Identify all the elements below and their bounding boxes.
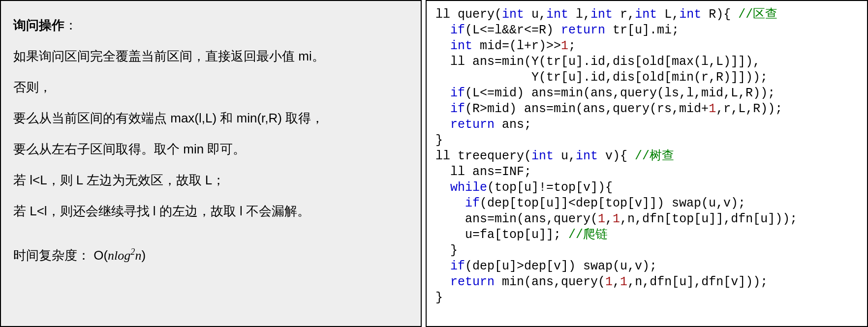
code-txt [435,259,450,273]
code-kw: int [450,39,472,53]
code-panel: ll query(int u,int l,int r,int L,int R){… [426,0,868,327]
code-txt: (L<=l&&r<=R) [465,23,561,37]
code-line-19: } [435,290,858,306]
code-kw: if [450,102,465,116]
code-line-2: if(L<=l&&r<=R) return tr[u].mi; [435,23,858,38]
code-kw: int [576,149,598,163]
title-colon: ： [64,18,77,32]
math-n1: n [108,248,114,263]
code-line-18: return min(ans,query(1,1,n,dfn[u],dfn[v]… [435,274,858,290]
code-kw: int [679,7,701,22]
code-kw: if [450,259,465,273]
title-text: 询问操作 [13,18,64,32]
code-comment: //区查 [738,7,777,22]
code-line-11: ll ans=INF; [435,164,858,180]
code-line-5: Y(tr[u].id,dis[old[min(r,R)]])); [435,70,858,86]
code-txt: min(ans,query( [495,275,605,289]
code-txt [435,180,450,195]
code-comment: //树查 [635,149,674,163]
code-txt: , [605,212,613,226]
code-comment: //爬链 [568,228,608,242]
para-2: 否则， [13,78,408,97]
code-num: 1 [620,275,627,289]
code-txt [435,275,450,289]
complexity-line: 时间复杂度： O(nlog2n) [13,245,408,265]
code-line-16: } [435,243,858,259]
code-txt [435,39,450,53]
heading: 询问操作： [13,16,408,35]
code-txt: u, [554,149,576,163]
code-txt: tr[u].mi; [605,23,679,37]
para-5: 若 l<L，则 L 左边为无效区，故取 L； [13,171,408,190]
code-line-3: int mid=(l+r)>>1; [435,38,858,54]
code-txt: ll treequery( [435,149,531,163]
code-kw: return [450,275,495,289]
code-kw: int [502,7,524,22]
code-line-12: while(top[u]!=top[v]){ [435,180,858,196]
code-txt: mid=(l+r)>> [472,39,561,53]
code-txt: r, [613,7,635,22]
code-num: 1 [561,39,568,53]
code-txt: ans=min(ans,query( [435,212,598,226]
code-txt: ,r,L,R)); [716,102,782,116]
para-1: 如果询问区间完全覆盖当前区间，直接返回最小值 mi。 [13,47,408,66]
code-num: 1 [598,212,605,226]
complexity-label: 时间复杂度： O( [13,248,108,263]
code-line-17: if(dep[u]>dep[v]) swap(u,v); [435,259,858,274]
code-txt [435,23,450,37]
code-txt: u, [524,7,546,22]
code-kw: int [590,7,613,22]
code-txt: v){ [598,149,635,163]
code-txt [435,102,450,116]
para-3: 要么从当前区间的有效端点 max(l,L) 和 min(r,R) 取得， [13,109,408,128]
code-txt: (top[u]!=top[v]){ [487,180,613,195]
code-kw: return [561,23,605,37]
code-line-8: return ans; [435,117,858,133]
code-txt [435,86,450,100]
code-kw: int [546,7,568,22]
math-n2: n [135,248,141,263]
code-kw: if [465,196,480,210]
code-line-13: if(dep[top[u]]<dep[top[v]]) swap(u,v); [435,196,858,211]
code-num: 1 [709,102,716,116]
code-line-10: ll treequery(int u,int v){ //树查 [435,149,858,164]
code-txt: L, [657,7,679,22]
code-line-15: u=fa[top[u]]; //爬链 [435,227,858,243]
explanation-panel: 询问操作： 如果询问区间完全覆盖当前区间，直接返回最小值 mi。 否则， 要么从… [0,0,422,327]
code-kw: int [635,7,657,22]
code-txt: (L<=mid) ans=min(ans,query(ls,l,mid,L,R)… [465,86,775,100]
code-line-6: if(L<=mid) ans=min(ans,query(ls,l,mid,L,… [435,86,858,101]
code-txt: ; [568,39,576,53]
code-txt: ans; [495,118,531,132]
code-line-9: } [435,133,858,149]
code-kw: int [531,149,554,163]
code-kw: if [450,86,465,100]
code-num: 1 [605,275,613,289]
code-txt: l, [568,7,590,22]
code-txt: ,n,dfn[u],dfn[v])); [627,275,768,289]
code-txt: , [613,275,620,289]
code-line-14: ans=min(ans,query(1,1,n,dfn[top[u]],dfn[… [435,211,858,227]
code-line-7: if(R>mid) ans=min(ans,query(rs,mid+1,r,L… [435,101,858,117]
para-6: 若 L<l，则还会继续寻找 l 的左边，故取 l 不会漏解。 [13,202,408,221]
para-4: 要么从左右子区间取得。取个 min 即可。 [13,140,408,159]
code-txt [435,118,450,132]
code-txt: (dep[u]>dep[v]) swap(u,v); [465,259,657,273]
code-txt [435,196,465,210]
code-line-1: ll query(int u,int l,int r,int L,int R){… [435,7,858,23]
code-num: 1 [613,212,620,226]
code-txt: ,n,dfn[top[u]],dfn[u])); [620,212,797,226]
code-txt: u=fa[top[u]]; [435,228,568,242]
code-txt: (R>mid) ans=min(ans,query(rs,mid+ [465,102,709,116]
code-line-4: ll ans=min(Y(tr[u].id,dis[old[max(l,L)]]… [435,54,858,70]
code-txt: ll query( [435,7,502,22]
code-kw: while [450,180,487,195]
math-log: log [114,248,130,263]
code-kw: return [450,118,495,132]
code-kw: if [450,23,465,37]
complexity-close: ) [141,248,146,263]
code-txt: R){ [701,7,738,22]
panel-divider [422,0,426,327]
code-txt: (dep[top[u]]<dep[top[v]]) swap(u,v); [480,196,745,210]
